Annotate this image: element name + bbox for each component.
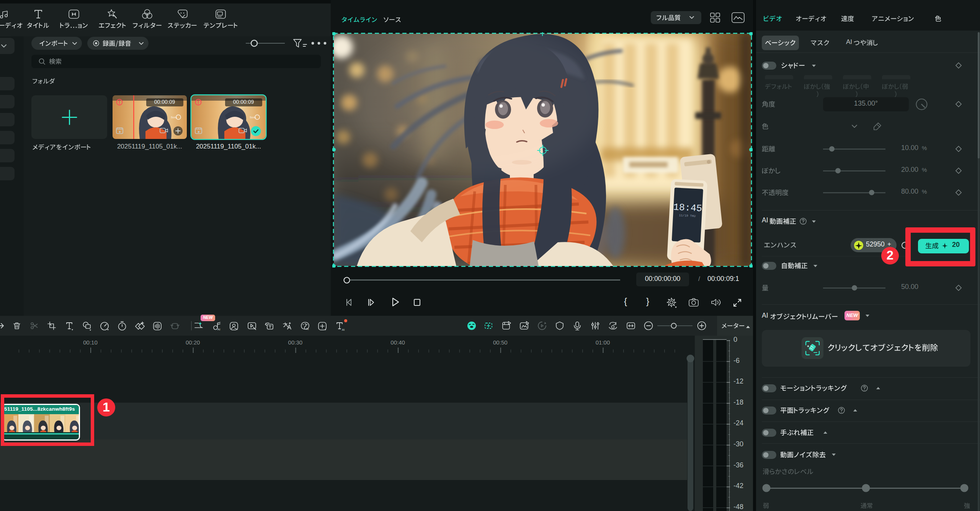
svg-text:AI: AI bbox=[306, 327, 309, 331]
svg-text:AI: AI bbox=[217, 328, 220, 331]
svg-text:AI: AI bbox=[342, 328, 345, 331]
